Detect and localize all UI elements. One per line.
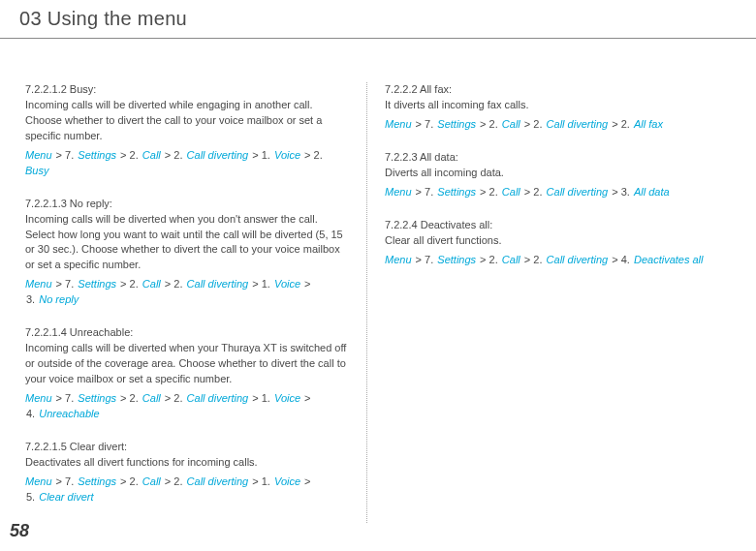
menu-step: Call diverting xyxy=(187,392,249,404)
menu-step: Unreachable xyxy=(39,408,99,419)
menu-step: Call diverting xyxy=(547,254,609,265)
path-sep: > xyxy=(300,392,311,404)
path-sep: > 2. xyxy=(116,475,142,487)
path-sep: > 7. xyxy=(412,186,438,198)
section-heading: 7.2.2.1.3 No reply: xyxy=(25,197,349,212)
menu-step: Menu xyxy=(385,118,412,130)
menu-step: Call xyxy=(142,278,161,290)
section-text: Diverts all incoming data. xyxy=(385,166,715,181)
section-heading: 7.2.2.3 All data: xyxy=(385,150,715,166)
menu-path-line2: 5. Clear divert xyxy=(25,490,349,505)
menu-step: Voice xyxy=(274,149,300,161)
menu-step: Clear divert xyxy=(39,491,93,503)
path-sep: > 7. xyxy=(52,475,79,487)
section-heading: 7.2.2.1.4 Unreachable: xyxy=(25,325,349,341)
path-sep: > 7. xyxy=(52,392,79,404)
menu-step: Deactivates all xyxy=(634,254,704,265)
section-text: Incoming calls will be diverted while en… xyxy=(25,98,349,144)
path-sep: > 2. xyxy=(476,118,502,130)
menu-step: Voice xyxy=(274,475,300,487)
path-sep: 4. xyxy=(25,408,39,419)
section-all-fax: 7.2.2.2 All fax: It diverts all incoming… xyxy=(385,82,715,133)
section-no-reply: 7.2.2.1.3 No reply: Incoming calls will … xyxy=(25,197,349,309)
section-busy: 7.2.2.1.2 Busy: Incoming calls will be d… xyxy=(25,82,349,179)
path-sep: > 2. xyxy=(116,392,142,404)
menu-step: Settings xyxy=(78,475,116,487)
path-sep: > 2. xyxy=(520,186,547,198)
menu-step: Call diverting xyxy=(547,186,609,198)
menu-path: Menu > 7. Settings > 2. Call > 2. Call d… xyxy=(25,277,349,292)
menu-step: Busy xyxy=(25,165,48,176)
section-clear-divert: 7.2.2.1.5 Clear divert: Deactivates all … xyxy=(25,440,349,505)
menu-step: Call xyxy=(142,392,161,404)
menu-step: Menu xyxy=(25,278,52,290)
menu-step: No reply xyxy=(39,293,79,305)
path-sep: > 7. xyxy=(52,149,79,161)
menu-step: Menu xyxy=(385,186,412,198)
section-deactivates-all: 7.2.2.4 Deactivates all: Clear all diver… xyxy=(385,218,715,268)
path-sep: > xyxy=(300,278,311,290)
menu-step: All data xyxy=(634,186,670,198)
menu-step: Settings xyxy=(437,118,476,130)
path-sep: > 2. xyxy=(300,149,324,161)
path-sep: > 2. xyxy=(161,149,187,161)
column-right: 7.2.2.2 All fax: It diverts all incoming… xyxy=(366,82,715,523)
path-sep: 3. xyxy=(25,293,39,305)
menu-step: Call xyxy=(502,186,520,198)
path-sep: > 7. xyxy=(412,118,438,130)
menu-step: Menu xyxy=(25,392,52,404)
path-sep: > 7. xyxy=(412,254,438,265)
menu-path: Menu > 7. Settings > 2. Call > 2. Call d… xyxy=(385,253,715,268)
menu-step: Call diverting xyxy=(187,475,249,487)
path-sep: > 4. xyxy=(608,254,634,265)
path-sep: > 1. xyxy=(248,149,274,161)
path-sep: > 3. xyxy=(608,186,634,198)
menu-path: Menu > 7. Settings > 2. Call > 2. Call d… xyxy=(385,185,715,200)
section-all-data: 7.2.2.3 All data: Diverts all incoming d… xyxy=(385,150,715,200)
section-text: Deactivates all divert functions for inc… xyxy=(25,455,349,471)
path-sep: > 2. xyxy=(161,278,187,290)
path-sep: > 2. xyxy=(476,254,502,265)
menu-path: Menu > 7. Settings > 2. Call > 2. Call d… xyxy=(25,391,349,407)
path-sep: > 1. xyxy=(248,278,274,290)
path-sep: > 2. xyxy=(476,186,502,198)
menu-step: Call xyxy=(502,254,520,265)
menu-path-line2: 3. No reply xyxy=(25,292,349,308)
page-number: 58 xyxy=(10,521,29,541)
menu-step: Menu xyxy=(385,254,412,265)
section-unreachable: 7.2.2.1.4 Unreachable: Incoming calls wi… xyxy=(25,325,349,422)
menu-step: Call diverting xyxy=(187,149,249,161)
path-sep: > 2. xyxy=(161,392,187,404)
menu-step: Menu xyxy=(25,475,52,487)
path-sep: > 7. xyxy=(52,278,79,290)
menu-path: Menu > 7. Settings > 2. Call > 2. Call d… xyxy=(25,148,349,179)
menu-step: Call xyxy=(142,149,161,161)
menu-step: All fax xyxy=(634,118,663,130)
path-sep: > 2. xyxy=(520,118,547,130)
menu-step: Menu xyxy=(25,149,52,161)
path-sep: > 2. xyxy=(116,278,142,290)
menu-step: Settings xyxy=(78,392,116,404)
path-sep: > 1. xyxy=(248,392,274,404)
path-sep: > 2. xyxy=(161,475,187,487)
path-sep: > 2. xyxy=(608,118,634,130)
content-columns: 7.2.2.1.2 Busy: Incoming calls will be d… xyxy=(0,39,756,523)
path-sep: > 2. xyxy=(520,254,547,265)
menu-path-line2: 4. Unreachable xyxy=(25,407,349,422)
section-heading: 7.2.2.1.5 Clear divert: xyxy=(25,440,349,455)
menu-step: Voice xyxy=(274,392,300,404)
section-heading: 7.2.2.2 All fax: xyxy=(385,82,715,98)
menu-step: Call xyxy=(502,118,520,130)
menu-step: Settings xyxy=(437,186,476,198)
section-text: Clear all divert functions. xyxy=(385,233,715,249)
path-sep: > xyxy=(300,475,311,487)
section-heading: 7.2.2.1.2 Busy: xyxy=(25,82,349,98)
section-text: Incoming calls will be diverted when you… xyxy=(25,212,349,274)
column-left: 7.2.2.1.2 Busy: Incoming calls will be d… xyxy=(25,82,366,523)
menu-step: Settings xyxy=(78,149,116,161)
menu-step: Settings xyxy=(78,278,116,290)
path-sep: > 2. xyxy=(116,149,142,161)
menu-path: Menu > 7. Settings > 2. Call > 2. Call d… xyxy=(385,117,715,133)
menu-step: Call xyxy=(142,475,161,487)
menu-step: Settings xyxy=(437,254,476,265)
